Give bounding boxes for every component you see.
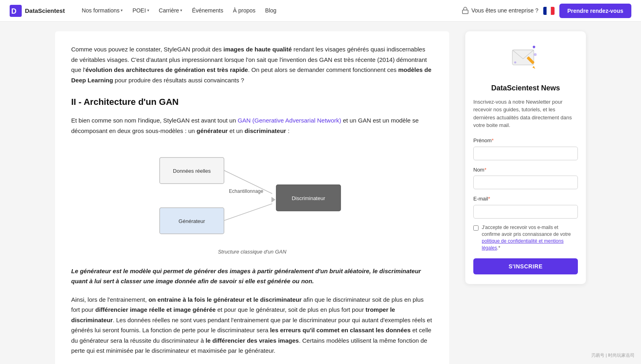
gan-diagram: Données réelles Générateur Echantillonna… [148, 145, 357, 245]
svg-marker-15 [532, 66, 535, 69]
section-heading: II - Architecture d'un GAN [71, 95, 433, 109]
svg-line-8 [224, 204, 272, 221]
subscribe-button[interactable]: S'INSCRIRE [473, 258, 578, 274]
highlight-paragraph: Le générateur est le modèle qui permet d… [71, 266, 433, 286]
sidebar: ✦ DataScientest News Inscrivez-vous à no… [465, 31, 586, 364]
bottom-bold-2: différencier image réelle et image génér… [95, 306, 216, 313]
diagram-caption: Structure classique d'un GAN [71, 248, 433, 256]
section-text-4: : [286, 127, 289, 134]
svg-point-17 [534, 53, 536, 56]
intro-text-1: Comme vous pouvez le constater, StyleGAN… [71, 46, 224, 53]
svg-text:D: D [11, 7, 16, 15]
nav-links: Nos formations ▾ POEI ▾ Carrière ▾ Événe… [78, 4, 462, 17]
section-text-3: et un [228, 127, 244, 134]
newsletter-desc: Inscrivez-vous à notre Newsletter pour r… [473, 98, 578, 129]
nav-apropos[interactable]: À propos [229, 4, 259, 17]
language-flag[interactable] [543, 7, 555, 15]
newsletter-icon: ✦ [473, 41, 578, 76]
nav-right: Vous êtes une entreprise ? Prendre rende… [462, 4, 631, 18]
generateur-text: générateur [197, 127, 228, 134]
svg-marker-10 [271, 197, 275, 202]
diagram-container: Données réelles Générateur Echantillonna… [71, 145, 433, 256]
page-wrapper: Comme vous pouvez le constater, StyleGAN… [39, 22, 602, 364]
intro-paragraph: Comme vous pouvez le constater, StyleGAN… [71, 44, 433, 85]
email-label: E-mail* [473, 195, 578, 203]
bottom-text-1: Ainsi, lors de l'entrainement, [71, 296, 148, 303]
bottom-paragraph: Ainsi, lors de l'entrainement, on entrai… [71, 294, 433, 356]
svg-text:Données réelles: Données réelles [173, 168, 211, 174]
intro-bold-2: évolution des architectures de génératio… [85, 66, 248, 73]
bottom-bold-5: le différencier des vraies images [205, 337, 299, 344]
nom-label: Nom* [473, 166, 578, 174]
bottom-text-3: et pour que le générateur, soit de plus … [216, 306, 366, 313]
logo-icon: D [10, 5, 22, 17]
enterprise-link[interactable]: Vous êtes une entreprise ? [462, 6, 538, 15]
svg-point-18 [514, 61, 516, 63]
bottom-bold-4: les erreurs qu'il commet en classant les… [270, 327, 411, 333]
navbar: D DataScientest Nos formations ▾ POEI ▾ … [0, 0, 641, 22]
consent-checkbox[interactable] [473, 225, 479, 231]
chevron-down-icon: ▾ [147, 7, 149, 14]
newsletter-illustration: ✦ [510, 41, 542, 73]
nav-poei[interactable]: POEI ▾ [128, 4, 153, 17]
chevron-down-icon: ▾ [180, 7, 182, 14]
nav-blog[interactable]: Blog [261, 4, 280, 17]
logo-text: DataScientest [25, 6, 65, 16]
discriminateur-text: discriminateur [244, 127, 286, 134]
nom-input[interactable] [473, 176, 578, 189]
prenom-input[interactable] [473, 147, 578, 160]
consent-row: J'accepte de recevoir vos e-mails et con… [473, 224, 578, 251]
enterprise-icon [462, 7, 469, 14]
consent-label: J'accepte de recevoir vos e-mails et con… [482, 224, 578, 251]
gan-link[interactable]: GAN (Generative Adversarial Network) [238, 117, 341, 124]
chevron-down-icon: ▾ [121, 7, 123, 14]
bottom-bold-1: on entraine à la fois le générateur et l… [148, 296, 302, 303]
privacy-link[interactable]: politique de confidentialité et mentions… [482, 238, 563, 251]
svg-text:Echantillonnage: Echantillonnage [229, 188, 263, 194]
newsletter-card: ✦ DataScientest News Inscrivez-vous à no… [465, 31, 586, 284]
svg-text:✦: ✦ [532, 44, 536, 50]
section-intro-paragraph: Et bien comme son nom l'indique, StyleGA… [71, 115, 433, 136]
cta-button[interactable]: Prendre rendez-vous [559, 4, 631, 18]
svg-text:Générateur: Générateur [179, 218, 205, 224]
nav-carriere[interactable]: Carrière ▾ [155, 4, 187, 17]
email-input[interactable] [473, 205, 578, 219]
section-text-1: Et bien comme son nom l'indique, StyleGA… [71, 117, 238, 124]
nav-evenements[interactable]: Événements [188, 4, 227, 17]
main-content: Comme vous pouvez le constater, StyleGAN… [55, 31, 449, 364]
logo-link[interactable]: D DataScientest [10, 5, 65, 17]
prenom-label: Prénom* [473, 137, 578, 145]
nav-formations[interactable]: Nos formations ▾ [78, 4, 127, 17]
intro-bold-1: images de haute qualité [224, 46, 292, 53]
intro-text-4: pour produire des résultats aussi convai… [113, 77, 244, 84]
svg-rect-2 [462, 10, 468, 14]
intro-text-3: . On peut alors se demander comment fonc… [248, 66, 399, 73]
newsletter-title: DataScientest News [473, 82, 578, 94]
svg-text:Discriminateur: Discriminateur [292, 195, 325, 201]
